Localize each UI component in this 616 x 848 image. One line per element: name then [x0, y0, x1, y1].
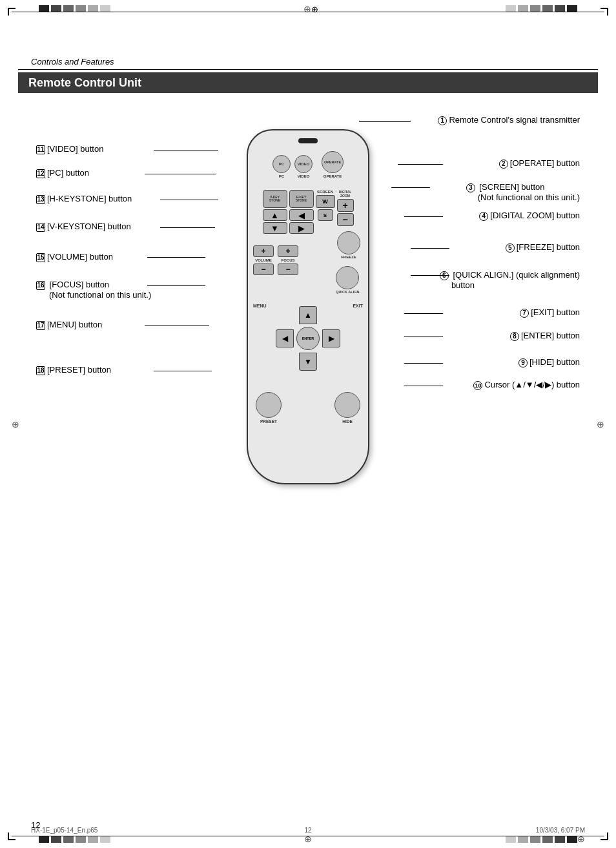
- num-10: 10: [473, 381, 482, 390]
- operate-label: OPERATE: [323, 174, 342, 178]
- num-2: 2: [499, 160, 508, 169]
- fbarr6: [567, 836, 577, 843]
- fbarr1: [506, 836, 516, 843]
- callout-11: 11[VIDEO] button: [36, 144, 103, 154]
- label-12: [PC] button: [47, 168, 89, 178]
- bar6: [100, 5, 110, 12]
- callout-line-4: [404, 216, 443, 217]
- quick-align-container: QUICK ALIGN.: [336, 266, 360, 295]
- page-border-top: [12, 12, 604, 12]
- footer-info-right: 10/3/03, 6:07 PM: [536, 827, 585, 834]
- nav-left-button[interactable]: ◀: [276, 329, 294, 347]
- fbar5: [88, 836, 98, 843]
- digital-zoom-label: DIGITALZOOM: [339, 190, 352, 198]
- h-keystone-left[interactable]: ◀: [289, 209, 314, 221]
- nav-right-button[interactable]: ▶: [322, 329, 340, 347]
- callout-1: 1Remote Control's signal transmitter: [438, 115, 580, 125]
- callout-4: 4[DIGITAL ZOOM] button: [479, 211, 580, 221]
- operate-button-label: OPERATE: [324, 160, 341, 164]
- callout-line-8: [404, 336, 443, 336]
- fbarr4: [542, 836, 553, 843]
- screen-s-label: S: [323, 212, 327, 218]
- callout-10: 10Cursor (▲/▼/◀/▶) button: [473, 380, 580, 390]
- h-keystone-button[interactable]: H-KEYSTONE: [289, 190, 314, 208]
- nav-cross: ▲ ▼ ◀ ▶ ENTER: [276, 306, 340, 371]
- num-4: 4: [479, 212, 488, 221]
- screen-w-button[interactable]: W: [316, 195, 335, 208]
- callout-5: 5[FREEZE] button: [506, 242, 580, 253]
- v-keystone-label: V-KEYSTONE: [269, 196, 280, 203]
- footer-info-center: 12: [304, 827, 311, 834]
- bar1: [39, 5, 49, 12]
- label-15: [VOLUME] button: [47, 252, 113, 262]
- num-12: 12: [36, 169, 45, 178]
- zoom-plus-button[interactable]: +: [337, 199, 354, 212]
- callout-14: 14[V-KEYSTONE] button: [36, 222, 131, 232]
- enter-button[interactable]: ENTER: [296, 327, 320, 350]
- callout-line-6: [411, 275, 449, 276]
- operate-button[interactable]: OPERATE: [322, 151, 344, 173]
- label-4: [DIGITAL ZOOM] button: [490, 211, 580, 220]
- callout-line-13: [160, 200, 218, 200]
- screen-s-button[interactable]: S: [318, 209, 333, 221]
- volume-plus-button[interactable]: +: [253, 245, 274, 257]
- nav-down-button[interactable]: ▼: [299, 353, 317, 371]
- label-3: [SCREEN] button (Not functional on this …: [466, 182, 580, 202]
- focus-plus-button[interactable]: +: [278, 245, 298, 257]
- label-11: [VIDEO] button: [47, 144, 103, 154]
- video-button[interactable]: VIDEO: [294, 155, 313, 173]
- header-bars-left: [39, 5, 110, 12]
- barr6: [567, 5, 577, 12]
- label-2: [OPERATE] button: [510, 158, 580, 168]
- num-15: 15: [36, 253, 45, 262]
- h-keystone-label: H-KEYSTONE: [296, 196, 307, 203]
- num-18: 18: [36, 366, 45, 375]
- corner-br: [601, 832, 608, 840]
- label-16: [FOCUS] button (Not functional on this u…: [36, 280, 151, 300]
- callout-line-15: [147, 257, 205, 258]
- bar3: [63, 5, 74, 12]
- callout-15: 15[VOLUME] button: [36, 252, 113, 262]
- hide-button[interactable]: [334, 392, 360, 418]
- fbar4: [76, 836, 86, 843]
- pc-label: PC: [279, 174, 284, 178]
- v-keystone-down[interactable]: ▼: [263, 222, 287, 234]
- fbar3: [63, 836, 74, 843]
- callout-7: 7[EXIT] button: [520, 307, 580, 318]
- barr1: [506, 5, 516, 12]
- section-title: Controls and Features: [31, 57, 114, 67]
- freeze-button[interactable]: [337, 231, 360, 254]
- v-keystone-up[interactable]: ▲: [263, 209, 287, 221]
- h-keystone-right[interactable]: ▶: [289, 222, 314, 234]
- barr2: [518, 5, 528, 12]
- bar5: [88, 5, 98, 12]
- freeze-button-container: FREEZE: [337, 231, 360, 259]
- callout-12: 12[PC] button: [36, 168, 89, 178]
- num-9: 9: [518, 358, 528, 367]
- preset-button[interactable]: [256, 392, 282, 418]
- fbar1: [39, 836, 49, 843]
- label-10: Cursor (▲/▼/◀/▶) button: [484, 380, 580, 389]
- corner-bl: [8, 832, 15, 840]
- exit-label-inside: EXIT: [353, 304, 363, 308]
- callout-line-10: [404, 386, 443, 386]
- page-border-bottom: [12, 836, 604, 836]
- screen-top-label: SCREEN: [317, 190, 333, 194]
- label-13: [H-KEYSTONE] button: [47, 194, 132, 203]
- label-8: [ENTER] button: [521, 331, 580, 340]
- volume-minus-button[interactable]: −: [253, 264, 274, 275]
- callout-line-12: [145, 174, 216, 174]
- quick-align-button[interactable]: [336, 266, 359, 289]
- callout-line-2: [398, 164, 443, 165]
- pc-button[interactable]: PC: [272, 155, 291, 173]
- ir-transmitter: [298, 138, 318, 143]
- callout-line-16: [147, 285, 205, 286]
- nav-up-button[interactable]: ▲: [299, 306, 317, 324]
- num-1: 1: [438, 116, 447, 125]
- callout-line-3: [391, 187, 430, 188]
- label-5: [FREEZE] button: [517, 242, 580, 252]
- zoom-minus-button[interactable]: −: [337, 213, 354, 226]
- focus-minus-button[interactable]: −: [278, 264, 298, 275]
- callout-line-17: [145, 326, 209, 326]
- v-keystone-button[interactable]: V-KEYSTONE: [263, 190, 287, 208]
